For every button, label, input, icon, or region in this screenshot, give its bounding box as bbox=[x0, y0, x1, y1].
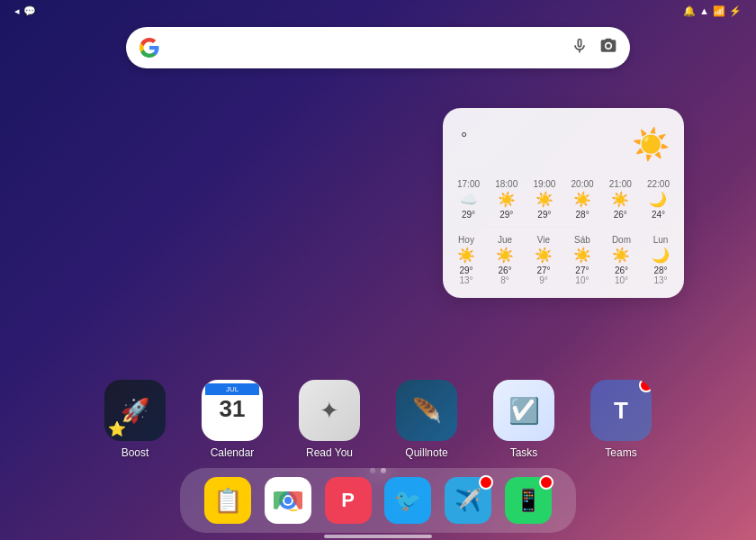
hour-icon: ☀️ bbox=[495, 191, 518, 208]
search-actions bbox=[571, 37, 617, 59]
app-item-tasks[interactable]: ☑️ Tasks bbox=[493, 380, 554, 459]
hour-time: 19:00 bbox=[533, 179, 555, 189]
day-icon: ☀️ bbox=[612, 247, 631, 264]
app-item-calendar[interactable]: JUL 31 Calendar bbox=[202, 380, 263, 459]
daily-item: Lun 🌙 28° 13° bbox=[652, 235, 670, 285]
hour-time: 18:00 bbox=[495, 179, 518, 189]
dock-badge-whatsapp bbox=[539, 475, 554, 490]
weather-sun-icon: ☀️ bbox=[632, 126, 670, 162]
day-high: 26° bbox=[496, 266, 514, 275]
dock-app-whatsapp[interactable]: 📱 bbox=[505, 477, 552, 524]
hourly-item: 20:00 ☀️ 28° bbox=[572, 179, 594, 220]
day-icon: 🌙 bbox=[652, 247, 670, 264]
day-high: 26° bbox=[612, 266, 631, 275]
dock-badge-telegram bbox=[479, 475, 493, 490]
hour-icon: ☀️ bbox=[572, 191, 594, 208]
status-right: 🔔 ▲ 📶 ⚡ bbox=[683, 5, 745, 17]
hour-temp: 28° bbox=[572, 210, 594, 220]
app-item-boost[interactable]: 🚀⭐ Boost bbox=[104, 380, 166, 459]
day-name: Vie bbox=[535, 235, 553, 245]
app-label-quillnote: Quillnote bbox=[405, 446, 447, 459]
battery-icon: ⚡ bbox=[729, 5, 742, 17]
day-low: 13° bbox=[652, 275, 670, 285]
alarm-icon: 🔔 bbox=[683, 5, 696, 17]
app-label-boost: Boost bbox=[122, 446, 149, 459]
dock-app-telegram[interactable]: ✈️ bbox=[445, 477, 491, 524]
hour-time: 20:00 bbox=[572, 179, 594, 189]
signal-icon: 📶 bbox=[713, 5, 725, 17]
day-low: 13° bbox=[457, 275, 475, 285]
camera-icon[interactable] bbox=[599, 37, 617, 59]
hourly-item: 17:00 ☁️ 29° bbox=[457, 179, 480, 220]
status-left: ◂ 💬 bbox=[11, 5, 36, 17]
weather-right: ☀️ bbox=[632, 126, 670, 162]
daily-item: Sáb ☀️ 27° 10° bbox=[573, 235, 591, 285]
status-bar: ◂ 💬 🔔 ▲ 📶 ⚡ bbox=[0, 0, 756, 22]
day-high: 28° bbox=[652, 266, 670, 275]
day-icon: ☀️ bbox=[535, 247, 553, 264]
home-bar bbox=[324, 535, 432, 538]
hour-temp: 29° bbox=[495, 210, 518, 220]
hour-temp: 29° bbox=[457, 210, 480, 220]
dock-app-pocket[interactable]: P bbox=[325, 477, 372, 524]
hour-time: 21:00 bbox=[609, 179, 632, 189]
day-icon: ☀️ bbox=[573, 247, 591, 264]
weather-widget: ° ☀️ 17:00 ☁️ 29° 18:00 ☀️ 29° 19:00 ☀️ … bbox=[443, 108, 684, 298]
day-low: 9° bbox=[535, 275, 553, 285]
daily-item: Hoy ☀️ 29° 13° bbox=[457, 235, 475, 285]
day-low: 8° bbox=[496, 275, 514, 285]
hourly-item: 22:00 🌙 24° bbox=[647, 179, 670, 220]
app-icon-readyou: ✦ bbox=[299, 380, 360, 441]
app-icon-tasks: ☑️ bbox=[493, 380, 554, 441]
dock-app-notes[interactable]: 📋 bbox=[204, 477, 251, 524]
hour-icon: ☁️ bbox=[457, 191, 480, 208]
day-icon: ☀️ bbox=[457, 247, 475, 264]
hourly-item: 19:00 ☀️ 29° bbox=[533, 179, 555, 220]
day-name: Jue bbox=[496, 235, 514, 245]
weather-main: ° ☀️ bbox=[457, 126, 670, 162]
day-high: 27° bbox=[535, 266, 553, 275]
microphone-icon[interactable] bbox=[571, 37, 589, 59]
day-name: Hoy bbox=[457, 235, 475, 245]
location-icon: ◂ bbox=[14, 5, 20, 17]
dock-app-twitter[interactable]: 🐦 bbox=[384, 477, 431, 524]
hour-time: 17:00 bbox=[457, 179, 480, 189]
day-low: 10° bbox=[573, 275, 591, 285]
daily-item: Dom ☀️ 26° 10° bbox=[612, 235, 631, 285]
hour-icon: 🌙 bbox=[647, 191, 670, 208]
day-name: Sáb bbox=[573, 235, 591, 245]
day-icon: ☀️ bbox=[496, 247, 514, 264]
weather-degree-block: ° bbox=[461, 126, 467, 148]
daily-item: Vie ☀️ 27° 9° bbox=[535, 235, 553, 285]
app-label-readyou: Read You bbox=[306, 446, 353, 459]
hour-temp: 26° bbox=[609, 210, 632, 220]
message-icon: 💬 bbox=[23, 5, 36, 17]
app-icon-teams: T bbox=[590, 380, 652, 441]
app-grid: 🚀⭐ Boost JUL 31 Calendar ✦ Read You 🪶 Qu… bbox=[0, 380, 756, 459]
day-name: Lun bbox=[652, 235, 670, 245]
app-icon-quillnote: 🪶 bbox=[396, 380, 457, 441]
daily-item: Jue ☀️ 26° 8° bbox=[496, 235, 514, 285]
search-input[interactable] bbox=[169, 40, 571, 56]
weather-temp-block: ° bbox=[457, 126, 467, 148]
hour-temp: 24° bbox=[647, 210, 670, 220]
dock-app-chrome[interactable] bbox=[265, 477, 311, 524]
google-logo-icon bbox=[139, 37, 160, 58]
app-icon-calendar: JUL 31 bbox=[202, 380, 263, 441]
wifi-icon: ▲ bbox=[699, 5, 709, 16]
app-label-tasks: Tasks bbox=[510, 446, 538, 459]
app-item-quillnote[interactable]: 🪶 Quillnote bbox=[396, 380, 457, 459]
app-item-readyou[interactable]: ✦ Read You bbox=[299, 380, 360, 459]
app-item-teams[interactable]: T Teams bbox=[590, 380, 652, 459]
dock: 📋P🐦✈️📱 bbox=[180, 468, 576, 533]
weather-hourly: 17:00 ☁️ 29° 18:00 ☀️ 29° 19:00 ☀️ 29° 2… bbox=[457, 171, 670, 220]
weather-daily: Hoy ☀️ 29° 13° Jue ☀️ 26° 8° Vie ☀️ 27° … bbox=[457, 227, 670, 285]
hourly-item: 18:00 ☀️ 29° bbox=[495, 179, 518, 220]
hour-temp: 29° bbox=[533, 210, 555, 220]
hour-time: 22:00 bbox=[647, 179, 670, 189]
app-label-teams: Teams bbox=[605, 446, 636, 459]
day-high: 27° bbox=[573, 266, 591, 275]
app-icon-boost: 🚀⭐ bbox=[104, 380, 166, 441]
search-bar[interactable] bbox=[126, 27, 630, 68]
hour-icon: ☀️ bbox=[533, 191, 555, 208]
